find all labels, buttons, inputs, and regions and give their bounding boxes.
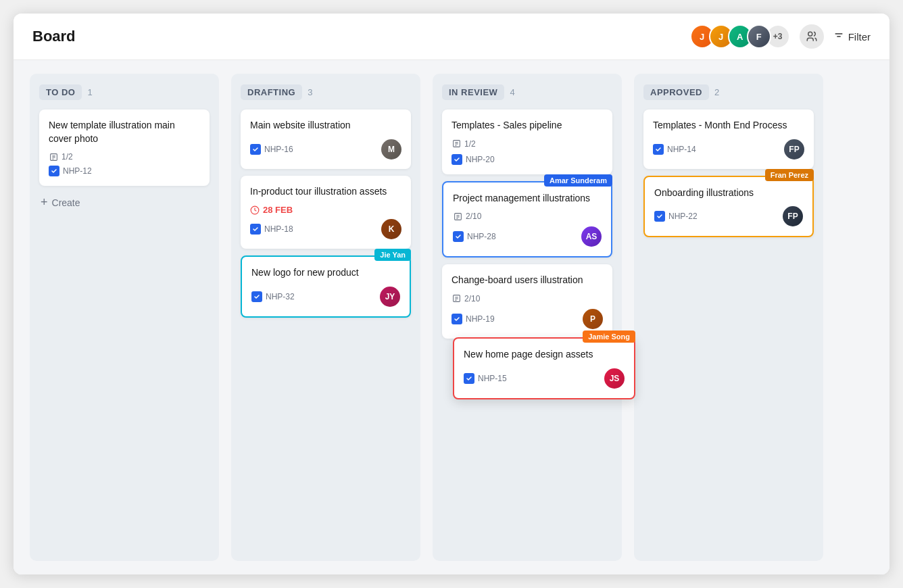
column-drafting-header: DRAFTING 3: [241, 84, 411, 100]
card-nhp32[interactable]: Jie Yan New logo for new product NHP-32 …: [241, 255, 411, 318]
card-nhp19-subtask: 2/10: [452, 294, 603, 303]
card-nhp16-meta: NHP-16 M: [250, 139, 401, 160]
column-in-review-header: IN REVIEW 4: [442, 84, 612, 100]
card-nhp12-meta-left: 1/2 NHP-12: [49, 152, 92, 176]
page-title: Board: [32, 28, 76, 45]
card-nhp28-avatar: AS: [581, 226, 602, 247]
app-container: Board J J A F +3: [14, 14, 889, 574]
card-nhp28[interactable]: Amar Sunderam Project management illustr…: [442, 181, 612, 258]
card-nhp22-title: Onboarding illustrations: [654, 187, 803, 200]
column-approved: APPROVED 2 Templates - Month End Process…: [634, 74, 823, 561]
clock-icon: [250, 205, 260, 215]
card-nhp19[interactable]: Change-board users illustration 2/10: [442, 264, 612, 339]
floating-nhp15-id: NHP-15: [478, 374, 507, 383]
checkbox-nhp22: [654, 211, 665, 222]
card-nhp20-subtask: 1/2: [452, 139, 603, 149]
checkbox-nhp18: [250, 224, 261, 235]
card-nhp22-meta: NHP-22 FP: [654, 206, 803, 226]
card-nhp12-subtask: 1/2: [49, 152, 92, 162]
header: Board J J A F +3: [14, 14, 889, 60]
card-nhp32-id: NHP-32: [266, 292, 295, 301]
subtask-count-nhp28: 2/10: [466, 212, 481, 221]
column-todo-title: TO DO: [39, 84, 82, 100]
tooltip-fran: Fran Perez: [765, 169, 814, 181]
card-nhp32-title: New logo for new product: [251, 266, 400, 280]
card-nhp32-avatar: JY: [380, 287, 400, 307]
column-in-review-title: IN REVIEW: [442, 84, 504, 100]
card-nhp12-meta: 1/2 NHP-12: [49, 152, 200, 176]
create-button-todo[interactable]: + Create: [39, 193, 210, 212]
filter-button[interactable]: Filter: [833, 31, 871, 43]
header-right: J J A F +3: [690, 24, 871, 49]
avatar-more-count: +3: [773, 32, 783, 41]
card-nhp12-id: NHP-12: [63, 166, 92, 176]
due-date-text: 28 FEB: [263, 205, 293, 215]
card-nhp18-meta: NHP-18 K: [250, 219, 401, 239]
column-approved-count: 2: [714, 87, 719, 97]
card-nhp20-title: Templates - Sales pipeline: [452, 119, 603, 132]
create-label: Create: [52, 197, 80, 208]
column-todo-header: TO DO 1: [39, 84, 210, 100]
checkbox-nhp16: [250, 144, 261, 155]
avatar-4[interactable]: F: [747, 24, 771, 49]
column-drafting-title: DRAFTING: [241, 84, 302, 100]
card-nhp12[interactable]: New template illustration main cover pho…: [39, 109, 210, 186]
manage-members-button[interactable]: [800, 24, 824, 49]
subtask-icon: [49, 152, 58, 162]
card-nhp22[interactable]: Fran Perez Onboarding illustrations NHP-…: [643, 176, 814, 238]
floating-nhp15-meta: NHP-15 JS: [464, 368, 625, 389]
column-todo: TO DO 1 New template illustration main c…: [30, 74, 219, 561]
column-todo-count: 1: [87, 87, 92, 97]
card-nhp19-meta: NHP-19 P: [452, 309, 603, 329]
checkbox-nhp12: [49, 166, 59, 176]
checkbox-nhp15: [464, 373, 474, 384]
card-nhp18-due: 28 FEB: [250, 205, 401, 215]
card-nhp28-meta: NHP-28 AS: [453, 226, 602, 247]
card-nhp22-id: NHP-22: [668, 212, 698, 221]
card-nhp20-id-row: NHP-20: [452, 154, 495, 165]
card-nhp28-title: Project management illustrations: [453, 192, 602, 205]
card-nhp28-subtask: 2/10: [453, 212, 602, 221]
card-nhp14-id: NHP-14: [667, 145, 696, 154]
card-nhp19-id-row: NHP-19: [452, 314, 495, 324]
card-nhp20-id: NHP-20: [466, 155, 495, 164]
card-nhp16-avatar: M: [381, 139, 401, 160]
subtask-icon-nhp19: [452, 294, 461, 303]
avatar-4-initial: F: [748, 26, 770, 47]
column-approved-header: APPROVED 2: [643, 84, 814, 100]
board: TO DO 1 New template illustration main c…: [14, 60, 889, 574]
card-nhp14-title: Templates - Month End Process: [653, 119, 804, 132]
card-nhp16-id-row: NHP-16: [250, 144, 293, 155]
card-nhp18-title: In-product tour illustration assets: [250, 185, 401, 199]
card-nhp14-avatar: FP: [784, 139, 804, 160]
card-nhp12-title: New template illustration main cover pho…: [49, 119, 200, 145]
card-nhp14-id-row: NHP-14: [653, 144, 696, 155]
subtask-icon-nhp28: [453, 212, 462, 221]
column-in-review: IN REVIEW 4 Templates - Sales pipeline 1…: [433, 74, 622, 561]
card-nhp22-avatar: FP: [783, 206, 803, 226]
card-nhp18-avatar: K: [381, 219, 401, 239]
card-nhp14[interactable]: Templates - Month End Process NHP-14 FP: [643, 109, 814, 169]
card-nhp19-id: NHP-19: [466, 314, 495, 324]
card-nhp16[interactable]: Main website illustration NHP-16 M: [241, 109, 411, 169]
card-nhp20[interactable]: Templates - Sales pipeline 1/2 NHP-2: [442, 109, 612, 174]
card-nhp18-id: NHP-18: [264, 224, 293, 234]
card-nhp28-id: NHP-28: [467, 232, 496, 241]
floating-nhp15-title: New home page design assets: [464, 348, 625, 362]
avatars-group: J J A F +3: [690, 24, 790, 49]
card-nhp19-title: Change-board users illustration: [452, 274, 603, 287]
card-nhp32-id-row: NHP-32: [251, 291, 295, 302]
card-nhp16-id: NHP-16: [264, 145, 293, 154]
floating-nhp15-id-row: NHP-15: [464, 373, 507, 384]
subtask-count: 1/2: [62, 152, 73, 162]
filter-icon: [833, 31, 844, 42]
checkbox-nhp19: [452, 314, 462, 324]
subtask-count-nhp19: 2/10: [464, 294, 480, 303]
column-drafting-count: 3: [308, 87, 312, 97]
column-drafting: DRAFTING 3 Main website illustration NHP…: [231, 74, 420, 561]
card-nhp20-meta: NHP-20: [452, 154, 603, 165]
floating-card-nhp15[interactable]: Jamie Song New home page design assets N…: [453, 337, 635, 399]
card-nhp12-id-row: NHP-12: [49, 166, 92, 176]
card-nhp18[interactable]: In-product tour illustration assets 28 F…: [241, 176, 411, 249]
card-nhp16-title: Main website illustration: [250, 119, 401, 132]
